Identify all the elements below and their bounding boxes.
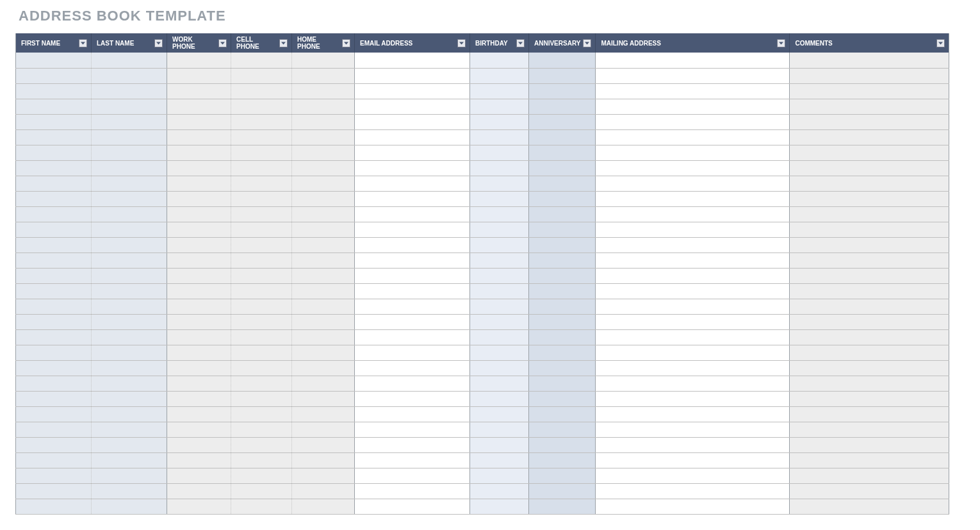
cell-email[interactable] bbox=[355, 145, 470, 160]
column-header-last-name[interactable]: LAST NAME bbox=[92, 33, 167, 53]
cell-last-name[interactable] bbox=[92, 314, 167, 329]
cell-birthday[interactable] bbox=[470, 422, 529, 437]
cell-home-phone[interactable] bbox=[292, 499, 355, 514]
filter-dropdown-icon[interactable] bbox=[279, 39, 288, 47]
cell-last-name[interactable] bbox=[92, 68, 167, 83]
cell-work-phone[interactable] bbox=[167, 68, 231, 83]
cell-anniversary[interactable] bbox=[529, 99, 596, 114]
cell-anniversary[interactable] bbox=[529, 206, 596, 222]
cell-email[interactable] bbox=[355, 452, 470, 468]
cell-comments[interactable] bbox=[790, 314, 949, 329]
cell-email[interactable] bbox=[355, 345, 470, 360]
cell-mailing[interactable] bbox=[596, 299, 790, 314]
cell-comments[interactable] bbox=[790, 129, 949, 145]
cell-home-phone[interactable] bbox=[292, 329, 355, 345]
cell-comments[interactable] bbox=[790, 83, 949, 99]
cell-email[interactable] bbox=[355, 376, 470, 391]
cell-comments[interactable] bbox=[790, 222, 949, 237]
cell-mailing[interactable] bbox=[596, 283, 790, 299]
cell-mailing[interactable] bbox=[596, 222, 790, 237]
cell-work-phone[interactable] bbox=[167, 406, 231, 422]
cell-cell-phone[interactable] bbox=[231, 499, 292, 514]
cell-birthday[interactable] bbox=[470, 391, 529, 406]
cell-cell-phone[interactable] bbox=[231, 268, 292, 283]
cell-comments[interactable] bbox=[790, 237, 949, 253]
cell-first-name[interactable] bbox=[16, 191, 92, 206]
cell-email[interactable] bbox=[355, 329, 470, 345]
cell-first-name[interactable] bbox=[16, 53, 92, 68]
cell-home-phone[interactable] bbox=[292, 145, 355, 160]
cell-birthday[interactable] bbox=[470, 176, 529, 191]
cell-cell-phone[interactable] bbox=[231, 83, 292, 99]
cell-anniversary[interactable] bbox=[529, 391, 596, 406]
cell-first-name[interactable] bbox=[16, 129, 92, 145]
cell-work-phone[interactable] bbox=[167, 160, 231, 176]
cell-cell-phone[interactable] bbox=[231, 191, 292, 206]
cell-comments[interactable] bbox=[790, 468, 949, 483]
cell-birthday[interactable] bbox=[470, 360, 529, 376]
cell-first-name[interactable] bbox=[16, 422, 92, 437]
cell-birthday[interactable] bbox=[470, 376, 529, 391]
cell-home-phone[interactable] bbox=[292, 437, 355, 452]
cell-birthday[interactable] bbox=[470, 437, 529, 452]
cell-first-name[interactable] bbox=[16, 329, 92, 345]
cell-birthday[interactable] bbox=[470, 145, 529, 160]
cell-comments[interactable] bbox=[790, 391, 949, 406]
cell-anniversary[interactable] bbox=[529, 145, 596, 160]
cell-comments[interactable] bbox=[790, 268, 949, 283]
cell-first-name[interactable] bbox=[16, 437, 92, 452]
cell-comments[interactable] bbox=[790, 422, 949, 437]
cell-cell-phone[interactable] bbox=[231, 468, 292, 483]
cell-work-phone[interactable] bbox=[167, 53, 231, 68]
column-header-anniversary[interactable]: ANNIVERSARY bbox=[529, 33, 596, 53]
cell-work-phone[interactable] bbox=[167, 314, 231, 329]
cell-last-name[interactable] bbox=[92, 191, 167, 206]
cell-email[interactable] bbox=[355, 483, 470, 499]
cell-cell-phone[interactable] bbox=[231, 222, 292, 237]
cell-anniversary[interactable] bbox=[529, 237, 596, 253]
cell-cell-phone[interactable] bbox=[231, 176, 292, 191]
cell-birthday[interactable] bbox=[470, 53, 529, 68]
cell-last-name[interactable] bbox=[92, 437, 167, 452]
cell-mailing[interactable] bbox=[596, 499, 790, 514]
cell-work-phone[interactable] bbox=[167, 345, 231, 360]
cell-birthday[interactable] bbox=[470, 268, 529, 283]
cell-cell-phone[interactable] bbox=[231, 68, 292, 83]
cell-cell-phone[interactable] bbox=[231, 437, 292, 452]
cell-last-name[interactable] bbox=[92, 160, 167, 176]
column-header-first-name[interactable]: FIRST NAME bbox=[16, 33, 92, 53]
cell-last-name[interactable] bbox=[92, 406, 167, 422]
cell-mailing[interactable] bbox=[596, 160, 790, 176]
cell-email[interactable] bbox=[355, 283, 470, 299]
cell-email[interactable] bbox=[355, 314, 470, 329]
cell-mailing[interactable] bbox=[596, 129, 790, 145]
cell-anniversary[interactable] bbox=[529, 176, 596, 191]
cell-cell-phone[interactable] bbox=[231, 53, 292, 68]
cell-last-name[interactable] bbox=[92, 499, 167, 514]
cell-work-phone[interactable] bbox=[167, 437, 231, 452]
cell-birthday[interactable] bbox=[470, 129, 529, 145]
cell-work-phone[interactable] bbox=[167, 376, 231, 391]
cell-anniversary[interactable] bbox=[529, 422, 596, 437]
cell-first-name[interactable] bbox=[16, 376, 92, 391]
cell-comments[interactable] bbox=[790, 283, 949, 299]
cell-anniversary[interactable] bbox=[529, 329, 596, 345]
cell-first-name[interactable] bbox=[16, 160, 92, 176]
cell-home-phone[interactable] bbox=[292, 191, 355, 206]
cell-work-phone[interactable] bbox=[167, 499, 231, 514]
cell-comments[interactable] bbox=[790, 114, 949, 129]
cell-email[interactable] bbox=[355, 237, 470, 253]
cell-last-name[interactable] bbox=[92, 129, 167, 145]
cell-mailing[interactable] bbox=[596, 206, 790, 222]
cell-email[interactable] bbox=[355, 53, 470, 68]
cell-comments[interactable] bbox=[790, 437, 949, 452]
cell-first-name[interactable] bbox=[16, 314, 92, 329]
column-header-comments[interactable]: COMMENTS bbox=[790, 33, 949, 53]
cell-first-name[interactable] bbox=[16, 360, 92, 376]
cell-birthday[interactable] bbox=[470, 99, 529, 114]
cell-anniversary[interactable] bbox=[529, 468, 596, 483]
cell-cell-phone[interactable] bbox=[231, 283, 292, 299]
cell-anniversary[interactable] bbox=[529, 68, 596, 83]
cell-birthday[interactable] bbox=[470, 253, 529, 268]
cell-birthday[interactable] bbox=[470, 499, 529, 514]
